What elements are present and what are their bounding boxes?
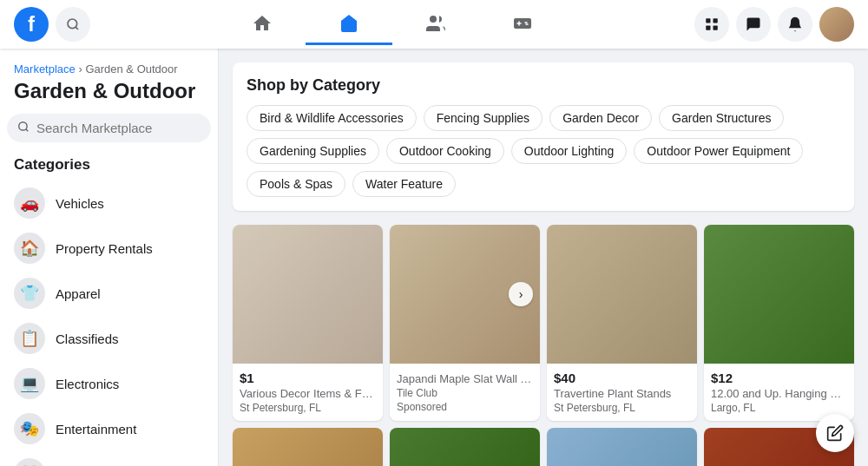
product-seller-1: Tile Club	[397, 387, 533, 399]
product-location-3: Largo, FL	[711, 402, 847, 414]
sidebar-item-apparel[interactable]: 👕 Apparel	[7, 271, 211, 316]
main-content: Shop by Category Bird & Wildlife Accesso…	[219, 49, 868, 466]
sidebar-item-label-entertainment: Entertainment	[56, 422, 136, 436]
product-card-0[interactable]: $1Various Decor Items & FurnitureSt Pete…	[233, 225, 383, 421]
shop-by-category-card: Shop by Category Bird & Wildlife Accesso…	[233, 62, 854, 211]
product-card-3[interactable]: $1212.00 and Up. Hanging Plants. Many Va…	[704, 225, 854, 421]
nav-home[interactable]	[219, 3, 306, 45]
page-layout: Marketplace › Garden & Outdoor Garden & …	[0, 49, 868, 466]
product-image-0	[233, 225, 383, 364]
sidebar-items: 🚗 Vehicles 🏠 Property Rentals 👕 Apparel …	[7, 180, 211, 466]
search-box[interactable]	[7, 114, 211, 142]
product-card-6[interactable]	[547, 428, 697, 466]
product-grid: $1Various Decor Items & FurnitureSt Pete…	[233, 225, 854, 466]
sidebar-item-electronics[interactable]: 💻 Electronics	[7, 361, 211, 406]
category-tag-0[interactable]: Bird & Wildlife Accessories	[247, 105, 417, 131]
svg-point-7	[19, 122, 27, 130]
search-button[interactable]	[56, 7, 90, 42]
category-tag-5[interactable]: Outdoor Cooking	[386, 138, 504, 164]
product-info-1: Japandi Maple Slat Wall TileTile ClubSpo…	[390, 364, 540, 420]
product-name-0: Various Decor Items & Furniture	[240, 387, 376, 400]
product-image-4	[233, 428, 383, 466]
svg-rect-6	[713, 26, 718, 30]
product-info-3: $1212.00 and Up. Hanging Plants. Many Va…	[704, 364, 854, 421]
sidebar-item-property-rentals[interactable]: 🏠 Property Rentals	[7, 226, 211, 271]
product-image-1: ›	[390, 225, 540, 364]
product-name-2: Travertine Plant Stands	[554, 387, 690, 400]
sidebar-item-classifieds[interactable]: 📋 Classifieds	[7, 316, 211, 361]
sidebar-item-family[interactable]: ❤️ Family	[7, 451, 211, 466]
product-name-1: Japandi Maple Slat Wall Tile	[397, 372, 533, 385]
nav-groups[interactable]	[392, 3, 479, 45]
category-tag-9[interactable]: Water Feature	[352, 171, 456, 197]
product-image-3	[704, 225, 854, 364]
sidebar-icon-classifieds: 📋	[14, 323, 45, 354]
nav-center	[219, 3, 566, 45]
sidebar-icon-apparel: 👕	[14, 278, 45, 309]
sidebar-item-entertainment[interactable]: 🎭 Entertainment	[7, 406, 211, 451]
nav-gaming[interactable]	[479, 3, 566, 45]
top-navigation: f	[0, 0, 868, 49]
product-info-0: $1Various Decor Items & FurnitureSt Pete…	[233, 364, 383, 421]
product-image-5	[390, 428, 540, 466]
breadcrumb: Marketplace › Garden & Outdoor	[7, 62, 211, 75]
sidebar-item-label-classifieds: Classifieds	[56, 331, 119, 346]
sidebar-icon-family: ❤️	[14, 458, 45, 466]
grid-menu-button[interactable]	[694, 7, 729, 42]
svg-rect-4	[713, 18, 718, 23]
category-tag-7[interactable]: Outdoor Power Equipment	[634, 138, 803, 164]
svg-rect-2	[514, 18, 531, 29]
product-card-4[interactable]	[233, 428, 383, 466]
product-location-0: St Petersburg, FL	[240, 402, 376, 414]
svg-rect-3	[706, 18, 710, 23]
category-tag-1[interactable]: Fencing Supplies	[424, 105, 542, 131]
sidebar-icon-entertainment: 🎭	[14, 413, 45, 444]
sidebar-item-label-property-rentals: Property Rentals	[56, 241, 153, 256]
search-icon	[17, 121, 30, 135]
product-price-0: $1	[240, 371, 376, 385]
facebook-logo[interactable]: f	[14, 7, 49, 42]
product-price-2: $40	[554, 371, 690, 385]
category-tag-2[interactable]: Garden Decor	[549, 105, 652, 131]
category-tags: Bird & Wildlife AccessoriesFencing Suppl…	[247, 105, 840, 197]
sidebar-item-vehicles[interactable]: 🚗 Vehicles	[7, 180, 211, 226]
product-price-3: $12	[711, 371, 847, 385]
categories-title: Categories	[7, 156, 211, 174]
product-info-2: $40Travertine Plant StandsSt Petersburg,…	[547, 364, 697, 421]
product-sponsored-1: Sponsored	[397, 401, 533, 413]
sidebar-icon-property-rentals: 🏠	[14, 233, 45, 264]
svg-point-1	[430, 16, 437, 23]
shop-category-title: Shop by Category	[247, 76, 840, 95]
messenger-button[interactable]	[736, 7, 771, 42]
product-card-1[interactable]: › Japandi Maple Slat Wall TileTile ClubS…	[390, 225, 540, 421]
svg-point-0	[68, 19, 77, 29]
svg-rect-5	[706, 26, 710, 30]
search-input[interactable]	[36, 121, 201, 135]
category-tag-4[interactable]: Gardening Supplies	[247, 138, 379, 164]
product-image-6	[547, 428, 697, 466]
breadcrumb-parent[interactable]: Marketplace	[14, 62, 76, 75]
nav-marketplace[interactable]	[306, 3, 392, 45]
product-card-5[interactable]	[390, 428, 540, 466]
nav-right	[694, 7, 854, 42]
category-tag-8[interactable]: Pools & Spas	[247, 171, 345, 197]
sidebar-item-label-electronics: Electronics	[56, 377, 119, 391]
sidebar-icon-vehicles: 🚗	[14, 187, 45, 219]
product-location-2: St Petersburg, FL	[554, 402, 690, 414]
category-tag-6[interactable]: Outdoor Lighting	[511, 138, 628, 164]
product-image-2	[547, 225, 697, 364]
edit-fab-button[interactable]	[816, 414, 854, 452]
carousel-next-1[interactable]: ›	[509, 282, 533, 306]
breadcrumb-current: Garden & Outdoor	[85, 62, 177, 75]
nav-left: f	[14, 7, 90, 42]
sidebar: Marketplace › Garden & Outdoor Garden & …	[0, 49, 219, 466]
notifications-button[interactable]	[778, 7, 812, 42]
product-card-2[interactable]: $40Travertine Plant StandsSt Petersburg,…	[547, 225, 697, 421]
sidebar-item-label-apparel: Apparel	[56, 286, 101, 301]
sidebar-icon-electronics: 💻	[14, 368, 45, 399]
category-tag-3[interactable]: Garden Structures	[659, 105, 784, 131]
page-title: Garden & Outdoor	[7, 79, 211, 103]
product-name-3: 12.00 and Up. Hanging Plants. Many Varie…	[711, 387, 847, 400]
user-avatar[interactable]	[819, 7, 854, 42]
sidebar-item-label-vehicles: Vehicles	[56, 196, 104, 211]
